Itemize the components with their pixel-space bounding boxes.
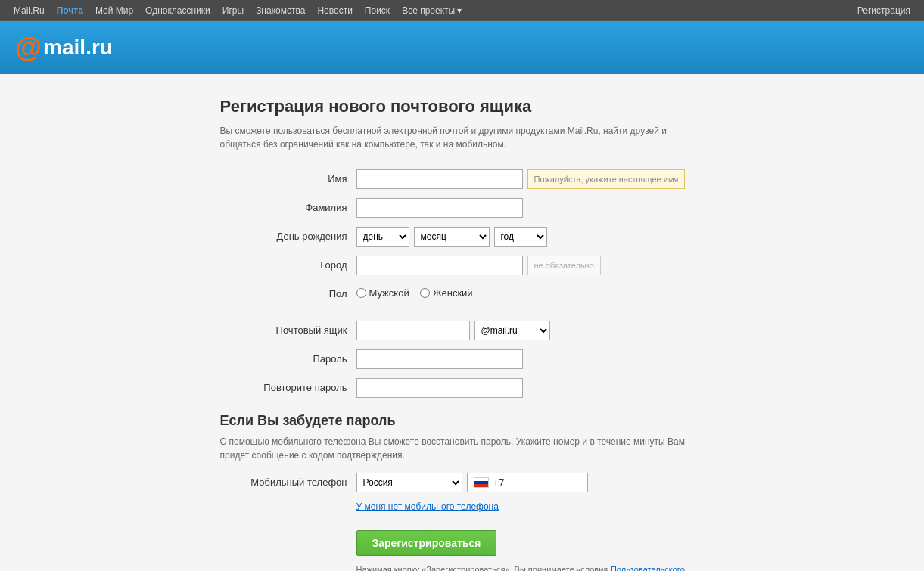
page-title: Регистрация нового почтового ящика (220, 97, 705, 116)
day-select[interactable]: день (356, 227, 409, 247)
registration-form-container: Регистрация нового почтового ящика Вы см… (205, 89, 720, 571)
gender-male-radio[interactable] (356, 288, 366, 298)
top-navigation: Mail.Ru Почта Мой Мир Одноклассники Игры… (0, 0, 924, 21)
logo-at-sign: @ (15, 32, 42, 64)
logo: @mail.ru (15, 32, 113, 64)
header-bar: @mail.ru (0, 21, 924, 74)
nav-poisk[interactable]: Поиск (359, 0, 396, 21)
birthday-row: День рождения день месяц год (220, 227, 705, 247)
gender-row: Пол Мужской Женский (220, 284, 705, 299)
month-select[interactable]: месяц (414, 227, 490, 247)
password-field (356, 349, 705, 369)
no-phone-container: У меня нет мобильного телефона (356, 501, 705, 512)
nav-igry[interactable]: Игры (216, 0, 250, 21)
confirm-row: Повторите пароль (220, 378, 705, 398)
name-input[interactable] (356, 169, 523, 189)
nav-ok[interactable]: Одноклассники (139, 0, 216, 21)
gender-field: Мужской Женский (356, 284, 705, 299)
city-label: Город (220, 256, 356, 271)
nav-moimir[interactable]: Мой Мир (89, 0, 139, 21)
city-input[interactable] (356, 256, 523, 275)
nav-mailru[interactable]: Mail.Ru (8, 0, 51, 21)
surname-label: Фамилия (220, 198, 356, 213)
mailbox-label: Почтовый ящик (220, 321, 356, 336)
city-row: Город не обязательно (220, 256, 705, 275)
confirm-field (356, 378, 705, 398)
phone-row: Мобильный телефон Россия +7 (220, 473, 705, 492)
password-row: Пароль (220, 349, 705, 369)
confirm-label: Повторите пароль (220, 378, 356, 393)
register-button-container: Зарегистрироваться (356, 518, 705, 556)
logo-text: mail.ru (43, 36, 113, 60)
main-content: Регистрация нового почтового ящика Вы см… (0, 74, 924, 571)
gender-male-text: Мужской (369, 287, 409, 299)
gender-female-radio[interactable] (420, 288, 430, 298)
name-label: Имя (220, 169, 356, 185)
forgot-text: С помощью мобильного телефона Вы сможете… (220, 435, 705, 462)
no-phone-link[interactable]: У меня нет мобильного телефона (356, 501, 705, 512)
nav-pochta[interactable]: Почта (51, 0, 89, 21)
mailbox-field: @mail.ru @inbox.ru @list.ru @bk.ru (356, 321, 705, 340)
nav-allprojects[interactable]: Все проекты ▾ (396, 0, 468, 21)
phone-number-box: +7 (467, 473, 588, 492)
name-field: Пожалуйста, укажите настоящее имя (356, 169, 705, 189)
birthday-field: день месяц год (356, 227, 705, 247)
password-label: Пароль (220, 349, 356, 365)
nav-znakomstva[interactable]: Знакомства (250, 0, 311, 21)
nav-register-top[interactable]: Регистрация (851, 0, 916, 21)
city-optional: не обязательно (527, 256, 601, 275)
forgot-section: Если Вы забудете пароль С помощью мобиль… (220, 413, 705, 462)
gender-female-text: Женский (433, 287, 473, 299)
surname-input[interactable] (356, 198, 523, 218)
name-row: Имя Пожалуйста, укажите настоящее имя (220, 169, 705, 189)
password-input[interactable] (356, 349, 523, 369)
mailbox-row: Почтовый ящик @mail.ru @inbox.ru @list.r… (220, 321, 705, 340)
phone-field: Россия +7 (356, 473, 705, 492)
forgot-title: Если Вы забудете пароль (220, 413, 705, 429)
city-field: не обязательно (356, 256, 705, 275)
mailbox-input[interactable] (356, 321, 470, 340)
russia-flag-icon (474, 477, 489, 488)
terms-container: Нажимая кнопку «Зарегистрироваться», Вы … (356, 563, 705, 571)
birthday-label: День рождения (220, 227, 356, 242)
surname-field (356, 198, 705, 218)
domain-select[interactable]: @mail.ru @inbox.ru @list.ru @bk.ru (474, 321, 550, 340)
register-button[interactable]: Зарегистрироваться (356, 530, 497, 556)
year-select[interactable]: год (494, 227, 547, 247)
page-subtitle: Вы сможете пользоваться бесплатной элект… (220, 124, 705, 151)
phone-country-select[interactable]: Россия (356, 473, 462, 492)
phone-prefix: +7 (493, 477, 505, 489)
phone-label: Мобильный телефон (220, 473, 356, 488)
terms-text: Нажимая кнопку «Зарегистрироваться», Вы … (356, 565, 608, 571)
confirm-input[interactable] (356, 378, 523, 398)
gender-female-label[interactable]: Женский (420, 287, 473, 299)
name-hint: Пожалуйста, укажите настоящее имя (527, 169, 686, 189)
surname-row: Фамилия (220, 198, 705, 218)
nav-novosti[interactable]: Новости (311, 0, 358, 21)
gender-label: Пол (220, 284, 356, 299)
gender-male-label[interactable]: Мужской (356, 287, 409, 299)
